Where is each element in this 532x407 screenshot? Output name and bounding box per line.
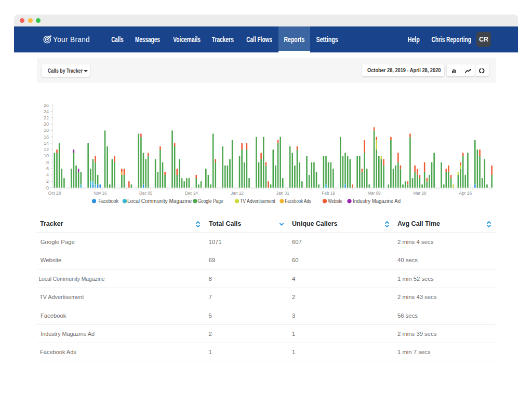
svg-text:Oct 28: Oct 28	[48, 190, 61, 196]
svg-text:10: 10	[44, 153, 49, 158]
svg-text:Feb 19: Feb 19	[322, 190, 335, 196]
svg-text:Dec 05: Dec 05	[139, 190, 152, 196]
svg-text:Dec 24: Dec 24	[185, 190, 198, 196]
svg-text:20: 20	[44, 121, 49, 127]
svg-text:0: 0	[46, 185, 49, 191]
svg-text:Apr 16: Apr 16	[459, 190, 472, 196]
svg-text:Facebook: Facebook	[98, 198, 118, 204]
svg-text:8: 8	[46, 160, 49, 165]
svg-text:Facebook Ads: Facebook Ads	[285, 198, 311, 204]
svg-text:26: 26	[44, 103, 49, 108]
svg-text:Local Community Magazine: Local Community Magazine	[127, 198, 192, 204]
svg-text:12: 12	[44, 147, 49, 152]
svg-text:2: 2	[46, 179, 49, 184]
svg-text:Jan 31: Jan 31	[276, 190, 289, 196]
svg-text:TV Advertisement: TV Advertisement	[240, 198, 275, 204]
svg-text:Website: Website	[328, 198, 343, 204]
svg-text:18: 18	[44, 128, 49, 133]
svg-text:Industry Magazine Ad: Industry Magazine Ad	[353, 198, 401, 204]
svg-text:22: 22	[44, 115, 49, 120]
svg-text:6: 6	[46, 166, 49, 171]
svg-text:4: 4	[46, 172, 49, 178]
svg-text:16: 16	[44, 134, 49, 140]
svg-text:Mar 28: Mar 28	[413, 190, 426, 196]
svg-text:14: 14	[44, 141, 49, 146]
svg-text:Google Page: Google Page	[198, 198, 223, 204]
svg-text:Jan 12: Jan 12	[231, 190, 244, 196]
svg-text:Nov 16: Nov 16	[94, 190, 107, 196]
svg-text:Mar 09: Mar 09	[368, 190, 381, 196]
svg-text:24: 24	[44, 109, 49, 114]
